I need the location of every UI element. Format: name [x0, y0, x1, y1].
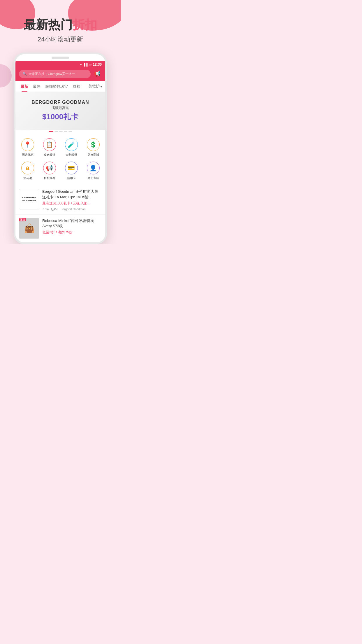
deal-comments-1: 💬 56: [51, 208, 58, 211]
banner-dots: [15, 130, 105, 133]
search-bar[interactable]: 🔍 大家正在搜：Glamglow买一送一: [19, 70, 91, 78]
tab-hot[interactable]: 最热: [31, 81, 43, 92]
discount-label: 折扣爆料: [44, 176, 55, 180]
nav-more-label: 美妆护: [88, 84, 100, 89]
hero-section: 最新热门折扣 24小时滚动更新: [0, 0, 121, 52]
status-bar: ▾ ▐▐ ▭ 12:30: [15, 61, 105, 68]
amazon-icon: a: [21, 162, 34, 174]
guide-label: 攻略频道: [44, 153, 55, 157]
grid-item-exchange[interactable]: 💲 兑换商城: [82, 136, 104, 159]
grid-item-guide[interactable]: 📋 攻略频道: [38, 136, 60, 159]
phone-wrapper: ▾ ▐▐ ▭ 12:30 🔍 大家正在搜：Glamglow买一送一 📢 最新 最…: [0, 52, 121, 244]
banner-amount: $1000礼卡: [31, 112, 89, 122]
grid-item-test[interactable]: 🧪 众测频道: [60, 136, 82, 159]
deal-store-1: Bergdorf Goodman: [61, 208, 85, 211]
tab-fashion[interactable]: 服饰箱包珠宝: [43, 81, 70, 92]
wifi-icon: ▾: [80, 63, 82, 66]
pinned-badge: 置顶: [19, 218, 26, 222]
guide-icon: 📋: [43, 138, 56, 151]
banner-content: BERGDORF GOODMAN 满额最高送 $1000礼卡: [31, 100, 89, 122]
mens-icon: 👤: [87, 162, 100, 174]
deal-item-2[interactable]: 置顶 👜 Rebecca Minkoff官网 私密特卖 Avery $73收 低…: [15, 215, 105, 242]
comment-icon: 💬: [51, 208, 55, 211]
star-icon: ☆: [42, 208, 45, 211]
search-icon: 🔍: [22, 72, 27, 76]
banner-subtitle: 满额最高送: [31, 106, 89, 111]
icon-grid: 📍 周边优惠 📋 攻略频道 🧪 众测频道 💲 兑换商城 a 亚马逊 📢 折: [15, 133, 105, 184]
deal-image-bergdorf: BERGDORFGOODMAN: [19, 189, 39, 209]
comment-count-1: 56: [55, 208, 58, 211]
hero-subtitle: 24小时滚动更新: [6, 35, 115, 44]
dot-1: [55, 131, 58, 132]
creditcard-icon: 💳: [65, 162, 78, 174]
status-icons: ▾ ▐▐ ▭ 12:30: [80, 62, 102, 66]
deal-title-2: Rebecca Minkoff官网 私密特卖 Avery $73收: [42, 218, 102, 229]
deal-price-1: 最高送$1,000礼卡+无税 入加...: [42, 201, 102, 206]
tab-latest[interactable]: 最新: [18, 81, 31, 92]
deal-info-2: Rebecca Minkoff官网 私密特卖 Avery $73收 低至3折！额…: [42, 218, 102, 237]
star-count-1: 94: [45, 208, 49, 211]
hero-title: 最新热门折扣: [6, 18, 115, 32]
test-icon: 🧪: [65, 138, 78, 151]
exchange-icon: 💲: [87, 138, 100, 151]
battery-icon: ▭: [89, 63, 92, 66]
deal-title-1: Bergdorf Goodman 正价时尚大牌送礼卡 La Mer, Cpb, …: [42, 189, 102, 200]
nav-tabs: 最新 最热 服饰箱包珠宝 成都 美妆护 ▾: [15, 81, 105, 92]
grid-item-creditcard[interactable]: 💳 信用卡: [60, 159, 82, 183]
deal-info-1: Bergdorf Goodman 正价时尚大牌送礼卡 La Mer, Cpb, …: [42, 189, 102, 211]
dot-3: [64, 131, 67, 132]
deal-price-2: 低至3折！额外75折: [42, 230, 102, 235]
nav-more[interactable]: 美妆护 ▾: [88, 84, 102, 89]
exchange-label: 兑换商城: [87, 153, 99, 157]
deal-meta-1: ☆ 94 💬 56 Bergdorf Goodman: [42, 208, 102, 211]
deal-item-1[interactable]: BERGDORFGOODMAN Bergdorf Goodman 正价时尚大牌送…: [15, 186, 105, 214]
phone-notch: [52, 57, 69, 59]
dot-2: [59, 131, 63, 132]
app-header: 🔍 大家正在搜：Glamglow买一送一 📢: [15, 68, 105, 81]
test-label: 众测频道: [66, 153, 77, 157]
discount-icon: 📢: [43, 162, 56, 174]
search-text: 大家正在搜：Glamglow买一送一: [29, 72, 75, 76]
phone-mockup: ▾ ▐▐ ▭ 12:30 🔍 大家正在搜：Glamglow买一送一 📢 最新 最…: [14, 52, 107, 244]
grid-item-amazon[interactable]: a 亚马逊: [17, 159, 38, 183]
grid-item-discount[interactable]: 📢 折扣爆料: [38, 159, 60, 183]
creditcard-label: 信用卡: [67, 176, 76, 180]
grid-item-nearby[interactable]: 📍 周边优惠: [17, 136, 38, 159]
chevron-down-icon: ▾: [100, 84, 102, 89]
deal-image-rebecca: 置顶 👜: [19, 218, 39, 239]
mens-label: 男士专区: [87, 176, 99, 180]
dot-4: [68, 131, 72, 132]
nearby-label: 周边优惠: [22, 153, 34, 157]
hero-title-highlight: 折扣: [73, 18, 97, 32]
hero-title-static: 最新热门: [24, 18, 73, 32]
announce-button[interactable]: 📢: [93, 69, 102, 78]
grid-item-mens[interactable]: 👤 男士专区: [82, 159, 104, 183]
dot-active: [49, 131, 53, 132]
deal-stars-1: ☆ 94: [42, 208, 49, 211]
deal-list: BERGDORFGOODMAN Bergdorf Goodman 正价时尚大牌送…: [15, 186, 105, 242]
tab-city[interactable]: 成都: [70, 81, 82, 92]
banner-store-name: BERGDORF GOODMAN: [31, 100, 89, 105]
amazon-label: 亚马逊: [23, 176, 32, 180]
banner[interactable]: BERGDORF GOODMAN 满额最高送 $1000礼卡: [15, 92, 105, 130]
signal-icon: ▐▐: [83, 63, 88, 66]
status-time: 12:30: [93, 62, 102, 66]
nearby-icon: 📍: [21, 138, 34, 151]
